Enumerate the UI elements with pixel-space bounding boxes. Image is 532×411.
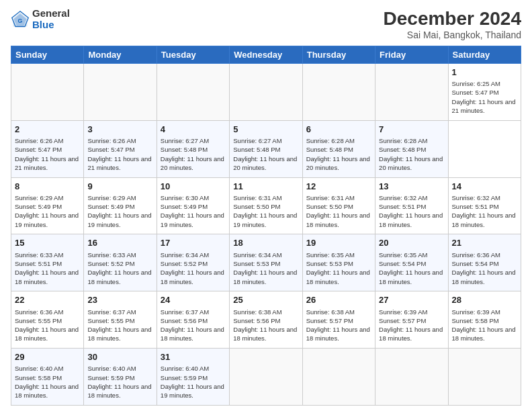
empty-cell [84,64,157,121]
day-number: 9 [87,181,152,193]
day-number: 5 [233,124,298,136]
day-number: 21 [452,237,517,249]
logo-text: General Blue [32,8,70,30]
empty-cell [157,64,229,121]
day-number: 18 [233,237,298,249]
calendar-day-25: 25Sunrise: 6:38 AMSunset: 5:56 PMDayligh… [230,291,302,349]
calendar-day-17: 17Sunrise: 6:34 AMSunset: 5:52 PMDayligh… [157,234,229,291]
empty-cell [11,64,84,121]
day-number: 3 [87,124,152,136]
day-number: 7 [379,124,444,136]
logo-icon: G [11,10,30,29]
calendar-day-7: 7Sunrise: 6:28 AMSunset: 5:48 PMDaylight… [375,120,448,177]
page-container: G General Blue December 2024 Sai Mai, Ba… [0,0,532,411]
empty-cell [302,64,375,121]
calendar-day-22: 22Sunrise: 6:36 AMSunset: 5:55 PMDayligh… [11,291,84,349]
calendar-header-tuesday: Tuesday [157,46,229,64]
calendar-day-2: 2Sunrise: 6:26 AMSunset: 5:47 PMDaylight… [11,120,84,177]
calendar-day-31: 31Sunrise: 6:40 AMSunset: 5:59 PMDayligh… [157,349,229,406]
calendar-day-10: 10Sunrise: 6:30 AMSunset: 5:49 PMDayligh… [157,177,229,234]
calendar-week-1: 1Sunrise: 6:25 AMSunset: 5:47 PMDaylight… [11,64,521,121]
calendar-day-26: 26Sunrise: 6:38 AMSunset: 5:57 PMDayligh… [302,291,375,349]
calendar-day-15: 15Sunrise: 6:33 AMSunset: 5:51 PMDayligh… [11,234,84,291]
day-number: 10 [161,181,226,193]
calendar-day-5: 5Sunrise: 6:27 AMSunset: 5:48 PMDaylight… [230,120,302,177]
day-number: 15 [15,237,80,249]
calendar-day-21: 21Sunrise: 6:36 AMSunset: 5:54 PMDayligh… [448,234,521,291]
day-number: 6 [306,124,371,136]
calendar-day-6: 6Sunrise: 6:28 AMSunset: 5:48 PMDaylight… [302,120,375,177]
calendar-subtitle: Sai Mai, Bangkok, Thailand [384,30,521,40]
day-number: 12 [306,181,371,193]
calendar-day-30: 30Sunrise: 6:40 AMSunset: 5:59 PMDayligh… [84,349,157,406]
day-number: 13 [379,181,444,193]
day-number: 14 [452,181,517,193]
calendar-week-3: 8Sunrise: 6:29 AMSunset: 5:49 PMDaylight… [11,177,521,234]
day-number: 20 [379,237,444,249]
day-number: 23 [87,294,152,306]
calendar-header-monday: Monday [84,46,157,64]
calendar-day-19: 19Sunrise: 6:35 AMSunset: 5:53 PMDayligh… [302,234,375,291]
title-section: December 2024 Sai Mai, Bangkok, Thailand [384,8,521,40]
day-number: 28 [452,294,517,306]
svg-text:G: G [18,17,23,24]
day-number: 4 [161,124,226,136]
calendar-table: SundayMondayTuesdayWednesdayThursdayFrid… [11,46,521,406]
calendar-week-4: 15Sunrise: 6:33 AMSunset: 5:51 PMDayligh… [11,234,521,291]
calendar-header-wednesday: Wednesday [230,46,302,64]
day-number: 19 [306,237,371,249]
day-number: 11 [233,181,298,193]
day-number: 30 [87,351,152,363]
calendar-day-27: 27Sunrise: 6:39 AMSunset: 5:57 PMDayligh… [375,291,448,349]
calendar-day-16: 16Sunrise: 6:33 AMSunset: 5:52 PMDayligh… [84,234,157,291]
day-number: 8 [15,181,80,193]
day-number: 27 [379,294,444,306]
calendar-day-4: 4Sunrise: 6:27 AMSunset: 5:48 PMDaylight… [157,120,229,177]
calendar-title: December 2024 [384,8,521,30]
calendar-header-thursday: Thursday [302,46,375,64]
calendar-day-24: 24Sunrise: 6:37 AMSunset: 5:56 PMDayligh… [157,291,229,349]
day-number: 16 [87,237,152,249]
calendar-header-row: SundayMondayTuesdayWednesdayThursdayFrid… [11,46,521,64]
calendar-week-6: 29Sunrise: 6:40 AMSunset: 5:58 PMDayligh… [11,349,521,406]
day-number: 29 [15,351,80,363]
calendar-day-3: 3Sunrise: 6:26 AMSunset: 5:47 PMDaylight… [84,120,157,177]
empty-cell [230,349,302,406]
calendar-day-20: 20Sunrise: 6:35 AMSunset: 5:54 PMDayligh… [375,234,448,291]
calendar-day-14: 14Sunrise: 6:32 AMSunset: 5:51 PMDayligh… [448,177,521,234]
calendar-day-18: 18Sunrise: 6:34 AMSunset: 5:53 PMDayligh… [230,234,302,291]
day-number: 31 [161,351,226,363]
empty-cell [302,349,375,406]
empty-cell [375,349,448,406]
day-number: 17 [161,237,226,249]
calendar-week-5: 22Sunrise: 6:36 AMSunset: 5:55 PMDayligh… [11,291,521,349]
day-number: 24 [161,294,226,306]
logo-general: General [32,8,70,19]
day-number: 1 [452,66,517,79]
empty-cell [375,64,448,121]
logo-blue: Blue [32,19,70,31]
calendar-day-12: 12Sunrise: 6:31 AMSunset: 5:50 PMDayligh… [302,177,375,234]
calendar-day-23: 23Sunrise: 6:37 AMSunset: 5:55 PMDayligh… [84,291,157,349]
calendar-day-29: 29Sunrise: 6:40 AMSunset: 5:58 PMDayligh… [11,349,84,406]
calendar-day-9: 9Sunrise: 6:29 AMSunset: 5:49 PMDaylight… [84,177,157,234]
calendar-day-28: 28Sunrise: 6:39 AMSunset: 5:58 PMDayligh… [448,291,521,349]
day-number: 2 [15,124,80,136]
day-number: 22 [15,294,80,306]
empty-cell [230,64,302,121]
calendar-header-sunday: Sunday [11,46,84,64]
calendar-day-13: 13Sunrise: 6:32 AMSunset: 5:51 PMDayligh… [375,177,448,234]
logo: G General Blue [11,8,70,30]
page-header: G General Blue December 2024 Sai Mai, Ba… [11,8,521,40]
calendar-day-1: 1Sunrise: 6:25 AMSunset: 5:47 PMDaylight… [448,64,521,121]
day-number: 25 [233,294,298,306]
calendar-header-saturday: Saturday [448,46,521,64]
calendar-day-11: 11Sunrise: 6:31 AMSunset: 5:50 PMDayligh… [230,177,302,234]
calendar-week-2: 2Sunrise: 6:26 AMSunset: 5:47 PMDaylight… [11,120,521,177]
day-number: 26 [306,294,371,306]
calendar-day-8: 8Sunrise: 6:29 AMSunset: 5:49 PMDaylight… [11,177,84,234]
empty-cell [448,349,521,406]
calendar-header-friday: Friday [375,46,448,64]
